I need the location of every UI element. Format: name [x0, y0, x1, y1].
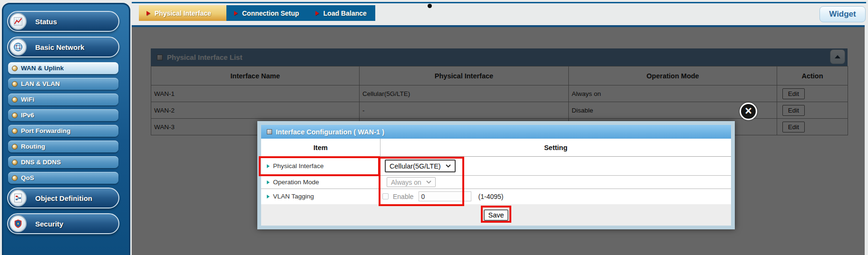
- tab-physical-interface[interactable]: Physical Interface: [139, 5, 226, 21]
- selected-value: Cellular(5G/LTE): [390, 162, 441, 170]
- tab-load-balance[interactable]: Load Balance: [308, 5, 375, 21]
- sidebar-item-label: Basic Network: [35, 43, 84, 51]
- tab-label: Physical Interface: [155, 9, 211, 17]
- sidebar-item-qos[interactable]: QoS: [8, 172, 118, 184]
- save-button[interactable]: Save: [484, 209, 508, 221]
- operation-mode-label: Operation Mode: [273, 179, 319, 186]
- tab-bar: Physical Interface Connection Setup Load…: [139, 5, 375, 21]
- sitemap-icon: [10, 189, 27, 207]
- vlan-tagging-label: VLAN Tagging: [273, 193, 314, 200]
- sidebar-item-label: Status: [35, 18, 57, 26]
- bullet-icon: [12, 97, 18, 103]
- sidebar-item-lan-vlan[interactable]: LAN & VLAN: [8, 78, 118, 90]
- tab-arrow-icon: [315, 11, 319, 16]
- widget-button-label: Widget: [829, 9, 856, 19]
- sidebar-item-wifi[interactable]: WiFi: [8, 94, 118, 105]
- operation-mode-select: Always on: [387, 177, 436, 187]
- chevron-down-icon: [426, 180, 431, 184]
- sidebar-item-ipv6[interactable]: IPv6: [8, 109, 118, 121]
- tab-connection-setup[interactable]: Connection Setup: [226, 5, 308, 21]
- tab-arrow-icon: [234, 11, 238, 16]
- bullet-icon: [12, 113, 18, 118]
- vlan-id-input[interactable]: [419, 191, 471, 201]
- sidebar-item-label: IPv6: [21, 112, 34, 119]
- bullet-icon: [12, 175, 18, 181]
- close-icon: ×: [745, 105, 752, 117]
- tab-label: Load Balance: [323, 9, 367, 17]
- sidebar-item-label: WiFi: [21, 96, 34, 103]
- operation-mode-row: Operation Mode Always on: [261, 176, 731, 189]
- interface-configuration-modal: Interface Configuration ( WAN-1 ) Item S…: [257, 121, 735, 229]
- sidebar-item-routing[interactable]: Routing: [8, 141, 118, 152]
- tab-label: Connection Setup: [242, 9, 299, 17]
- setting-column-header: Setting: [380, 139, 731, 156]
- modal-header: Interface Configuration ( WAN-1 ): [261, 125, 731, 139]
- shield-icon: [10, 215, 27, 232]
- item-arrow-icon: [267, 195, 270, 198]
- widget-button[interactable]: Widget: [819, 6, 866, 22]
- sidebar-item-status[interactable]: Status: [7, 11, 119, 32]
- vlan-enable-label: Enable: [393, 193, 414, 200]
- physical-interface-select[interactable]: Cellular(5G/LTE): [385, 160, 456, 172]
- vlan-enable-checkbox[interactable]: [382, 193, 389, 199]
- sidebar-item-label: Object Definition: [35, 194, 92, 202]
- modal-table-header-row: Item Setting: [261, 139, 731, 157]
- bullet-icon: [12, 144, 18, 150]
- sidebar: Status Basic Network WAN & Uplink LAN & …: [2, 3, 130, 255]
- top-divider-line: [132, 2, 866, 3]
- sidebar-item-wan-uplink[interactable]: WAN & Uplink: [8, 62, 118, 74]
- modal-body: Item Setting Physical Interface Cellular…: [261, 139, 731, 204]
- sidebar-item-label: DNS & DDNS: [21, 159, 61, 166]
- sidebar-item-object-definition[interactable]: Object Definition: [7, 188, 119, 208]
- sidebar-item-label: Security: [35, 220, 63, 228]
- sidebar-item-dns-ddns[interactable]: DNS & DDNS: [8, 156, 118, 168]
- sidebar-item-label: QoS: [21, 174, 34, 181]
- item-arrow-icon: [267, 180, 270, 184]
- sidebar-item-port-forwarding[interactable]: Port Forwarding: [8, 125, 118, 137]
- bullet-icon: [12, 160, 18, 165]
- bullet-icon: [12, 81, 18, 87]
- sidebar-item-basic-network[interactable]: Basic Network: [7, 37, 119, 57]
- chart-icon: [10, 13, 27, 30]
- sidebar-item-security[interactable]: Security: [7, 213, 119, 234]
- selected-value: Always on: [391, 179, 421, 186]
- tab-arrow-icon: [146, 11, 150, 16]
- router-admin-screen: Physical Interface Connection Setup Load…: [0, 0, 868, 255]
- chevron-down-icon: [446, 164, 451, 168]
- bullet-icon: [12, 128, 18, 134]
- black-dot-marker: [428, 4, 432, 8]
- modal-footer: Save: [261, 204, 731, 226]
- vlan-range-hint: (1-4095): [478, 193, 504, 200]
- globe-icon: [10, 38, 27, 56]
- close-button[interactable]: ×: [740, 103, 757, 120]
- sidebar-item-label: WAN & Uplink: [21, 65, 64, 72]
- sidebar-item-label: Port Forwarding: [21, 127, 70, 134]
- vlan-tagging-row: VLAN Tagging Enable (1-4095): [261, 189, 731, 204]
- sidebar-item-label: LAN & VLAN: [21, 80, 60, 87]
- item-column-header: Item: [261, 139, 380, 156]
- modal-title: Interface Configuration ( WAN-1 ): [276, 128, 384, 136]
- modal-bullet-icon: [267, 129, 272, 134]
- item-arrow-icon: [267, 164, 270, 168]
- physical-interface-row: Physical Interface Cellular(5G/LTE): [261, 157, 731, 176]
- bullet-icon: [12, 66, 18, 71]
- physical-interface-label: Physical Interface: [273, 162, 324, 170]
- sidebar-item-label: Routing: [21, 143, 45, 150]
